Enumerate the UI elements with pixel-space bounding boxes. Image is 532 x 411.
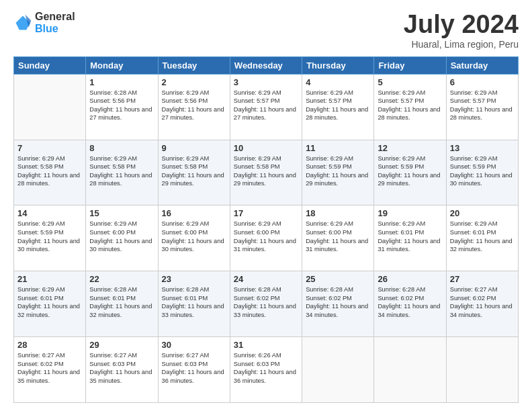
day-number: 25: [306, 274, 370, 284]
day-number: 18: [306, 208, 370, 218]
table-row: 20 Sunrise: 6:29 AMSunset: 6:01 PMDaylig…: [446, 205, 518, 271]
table-row: [374, 337, 446, 403]
cell-details: Sunrise: 6:29 AMSunset: 5:59 PMDaylight:…: [378, 155, 440, 187]
calendar-week-row: 1 Sunrise: 6:28 AMSunset: 5:56 PMDayligh…: [14, 74, 519, 140]
day-number: 10: [234, 143, 298, 153]
page: General Blue July 2024 Huaral, Lima regi…: [0, 0, 532, 411]
table-row: 9 Sunrise: 6:29 AMSunset: 5:58 PMDayligh…: [158, 140, 230, 205]
day-number: 13: [450, 143, 515, 153]
table-row: 26 Sunrise: 6:28 AMSunset: 6:02 PMDaylig…: [374, 271, 446, 337]
cell-details: Sunrise: 6:27 AMSunset: 6:03 PMDaylight:…: [162, 352, 224, 384]
table-row: 25 Sunrise: 6:28 AMSunset: 6:02 PMDaylig…: [302, 271, 374, 337]
cell-details: Sunrise: 6:29 AMSunset: 5:58 PMDaylight:…: [162, 155, 224, 187]
day-number: 23: [162, 274, 226, 284]
table-row: 18 Sunrise: 6:29 AMSunset: 6:00 PMDaylig…: [302, 205, 374, 271]
header-wednesday: Wednesday: [230, 56, 302, 74]
cell-details: Sunrise: 6:29 AMSunset: 5:58 PMDaylight:…: [234, 155, 296, 187]
table-row: [446, 337, 518, 403]
day-number: 1: [89, 77, 154, 87]
cell-details: Sunrise: 6:29 AMSunset: 6:00 PMDaylight:…: [234, 220, 296, 253]
table-row: [302, 337, 374, 403]
cell-details: Sunrise: 6:28 AMSunset: 6:01 PMDaylight:…: [162, 286, 224, 318]
header: General Blue July 2024 Huaral, Lima regi…: [13, 11, 519, 50]
header-monday: Monday: [86, 56, 158, 74]
table-row: 8 Sunrise: 6:29 AMSunset: 5:58 PMDayligh…: [86, 140, 158, 205]
table-row: 21 Sunrise: 6:29 AMSunset: 6:01 PMDaylig…: [14, 271, 86, 337]
cell-details: Sunrise: 6:27 AMSunset: 6:02 PMDaylight:…: [17, 352, 80, 384]
cell-details: Sunrise: 6:29 AMSunset: 5:59 PMDaylight:…: [450, 155, 513, 187]
table-row: 24 Sunrise: 6:28 AMSunset: 6:02 PMDaylig…: [230, 271, 302, 337]
cell-details: Sunrise: 6:29 AMSunset: 5:56 PMDaylight:…: [162, 89, 224, 122]
table-row: [14, 74, 86, 140]
cell-details: Sunrise: 6:28 AMSunset: 6:02 PMDaylight:…: [378, 286, 440, 318]
day-number: 6: [450, 77, 515, 87]
cell-details: Sunrise: 6:28 AMSunset: 5:56 PMDaylight:…: [89, 89, 152, 122]
header-thursday: Thursday: [302, 56, 374, 74]
table-row: 1 Sunrise: 6:28 AMSunset: 5:56 PMDayligh…: [86, 74, 158, 140]
day-number: 15: [89, 208, 154, 218]
cell-details: Sunrise: 6:29 AMSunset: 5:58 PMDaylight:…: [89, 155, 152, 187]
day-number: 31: [234, 340, 298, 350]
day-number: 5: [378, 77, 442, 87]
cell-details: Sunrise: 6:28 AMSunset: 6:02 PMDaylight:…: [234, 286, 296, 318]
logo-icon: [13, 13, 32, 32]
day-number: 2: [162, 77, 226, 87]
table-row: 27 Sunrise: 6:27 AMSunset: 6:02 PMDaylig…: [446, 271, 518, 337]
table-row: 5 Sunrise: 6:29 AMSunset: 5:57 PMDayligh…: [374, 74, 446, 140]
cell-details: Sunrise: 6:29 AMSunset: 6:01 PMDaylight:…: [17, 286, 80, 318]
logo: General Blue: [13, 11, 75, 34]
table-row: 4 Sunrise: 6:29 AMSunset: 5:57 PMDayligh…: [302, 74, 374, 140]
calendar-table: Sunday Monday Tuesday Wednesday Thursday…: [13, 56, 519, 403]
cell-details: Sunrise: 6:29 AMSunset: 6:00 PMDaylight:…: [306, 220, 368, 253]
day-number: 19: [378, 208, 442, 218]
cell-details: Sunrise: 6:29 AMSunset: 6:01 PMDaylight:…: [378, 220, 440, 253]
table-row: 14 Sunrise: 6:29 AMSunset: 5:59 PMDaylig…: [14, 205, 86, 271]
day-number: 26: [378, 274, 442, 284]
day-number: 12: [378, 143, 442, 153]
calendar-week-row: 7 Sunrise: 6:29 AMSunset: 5:58 PMDayligh…: [14, 140, 519, 205]
table-row: 19 Sunrise: 6:29 AMSunset: 6:01 PMDaylig…: [374, 205, 446, 271]
calendar-week-row: 28 Sunrise: 6:27 AMSunset: 6:02 PMDaylig…: [14, 337, 519, 403]
day-number: 17: [234, 208, 298, 218]
table-row: 6 Sunrise: 6:29 AMSunset: 5:57 PMDayligh…: [446, 74, 518, 140]
day-number: 30: [162, 340, 226, 350]
cell-details: Sunrise: 6:28 AMSunset: 6:01 PMDaylight:…: [89, 286, 152, 318]
table-row: 10 Sunrise: 6:29 AMSunset: 5:58 PMDaylig…: [230, 140, 302, 205]
cell-details: Sunrise: 6:29 AMSunset: 5:57 PMDaylight:…: [234, 89, 296, 122]
cell-details: Sunrise: 6:28 AMSunset: 6:02 PMDaylight:…: [306, 286, 368, 318]
calendar-week-row: 14 Sunrise: 6:29 AMSunset: 5:59 PMDaylig…: [14, 205, 519, 271]
cell-details: Sunrise: 6:27 AMSunset: 6:03 PMDaylight:…: [89, 352, 152, 384]
weekday-header-row: Sunday Monday Tuesday Wednesday Thursday…: [14, 56, 519, 74]
cell-details: Sunrise: 6:29 AMSunset: 5:57 PMDaylight:…: [306, 89, 368, 122]
cell-details: Sunrise: 6:29 AMSunset: 6:01 PMDaylight:…: [450, 220, 513, 253]
logo-general-text: General: [35, 11, 75, 23]
header-saturday: Saturday: [446, 56, 518, 74]
table-row: 23 Sunrise: 6:28 AMSunset: 6:01 PMDaylig…: [158, 271, 230, 337]
day-number: 29: [89, 340, 154, 350]
table-row: 12 Sunrise: 6:29 AMSunset: 5:59 PMDaylig…: [374, 140, 446, 205]
cell-details: Sunrise: 6:29 AMSunset: 6:00 PMDaylight:…: [89, 220, 152, 253]
table-row: 2 Sunrise: 6:29 AMSunset: 5:56 PMDayligh…: [158, 74, 230, 140]
cell-details: Sunrise: 6:29 AMSunset: 5:57 PMDaylight:…: [450, 89, 513, 122]
table-row: 28 Sunrise: 6:27 AMSunset: 6:02 PMDaylig…: [14, 337, 86, 403]
cell-details: Sunrise: 6:27 AMSunset: 6:02 PMDaylight:…: [450, 286, 513, 318]
cell-details: Sunrise: 6:26 AMSunset: 6:03 PMDaylight:…: [234, 352, 296, 384]
day-number: 24: [234, 274, 298, 284]
day-number: 11: [306, 143, 370, 153]
month-title: July 2024: [404, 11, 519, 39]
header-friday: Friday: [374, 56, 446, 74]
table-row: 11 Sunrise: 6:29 AMSunset: 5:59 PMDaylig…: [302, 140, 374, 205]
table-row: 3 Sunrise: 6:29 AMSunset: 5:57 PMDayligh…: [230, 74, 302, 140]
table-row: 13 Sunrise: 6:29 AMSunset: 5:59 PMDaylig…: [446, 140, 518, 205]
day-number: 20: [450, 208, 515, 218]
day-number: 27: [450, 274, 515, 284]
cell-details: Sunrise: 6:29 AMSunset: 5:58 PMDaylight:…: [17, 155, 80, 187]
table-row: 7 Sunrise: 6:29 AMSunset: 5:58 PMDayligh…: [14, 140, 86, 205]
cell-details: Sunrise: 6:29 AMSunset: 5:59 PMDaylight:…: [17, 220, 80, 253]
day-number: 3: [234, 77, 298, 87]
table-row: 22 Sunrise: 6:28 AMSunset: 6:01 PMDaylig…: [86, 271, 158, 337]
cell-details: Sunrise: 6:29 AMSunset: 5:57 PMDaylight:…: [378, 89, 440, 122]
day-number: 22: [89, 274, 154, 284]
title-block: July 2024 Huaral, Lima region, Peru: [404, 11, 519, 50]
cell-details: Sunrise: 6:29 AMSunset: 6:00 PMDaylight:…: [162, 220, 224, 253]
